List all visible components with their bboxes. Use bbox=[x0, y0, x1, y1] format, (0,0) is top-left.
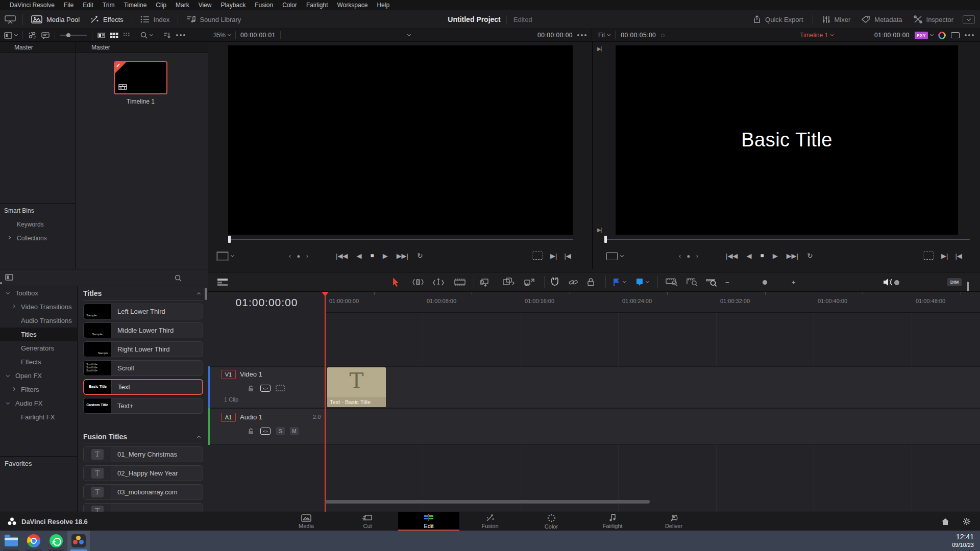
title-left-lower-third[interactable]: Sample Left Lower Third bbox=[83, 304, 203, 319]
settings-gear-icon[interactable] bbox=[963, 517, 971, 525]
source-clip-mode-button[interactable] bbox=[217, 252, 234, 260]
system-clock[interactable]: 12:41 09/10/23 bbox=[952, 533, 980, 548]
tree-toolbox[interactable]: Toolbox bbox=[0, 286, 77, 300]
track-visibility-icon[interactable] bbox=[276, 385, 285, 391]
metadata-toggle[interactable]: Metadata bbox=[860, 10, 904, 29]
safe-area-icon[interactable] bbox=[951, 32, 960, 38]
tree-generators[interactable]: Generators bbox=[0, 341, 77, 355]
timeline-mode-button[interactable] bbox=[606, 252, 623, 260]
stop-button[interactable]: ■ bbox=[370, 252, 374, 259]
bin-panel-toggle[interactable] bbox=[4, 32, 17, 39]
source-clip-dropdown[interactable] bbox=[285, 35, 533, 36]
proxy-toggle[interactable]: PXY bbox=[915, 32, 933, 39]
tree-favorites[interactable]: Favorites bbox=[0, 457, 77, 470]
stop-button[interactable]: ■ bbox=[760, 252, 764, 259]
thumb-size-slider[interactable] bbox=[60, 35, 87, 36]
zoom-out-button[interactable]: − bbox=[725, 278, 729, 286]
timeline-thumbnail[interactable]: ✓ bbox=[114, 61, 167, 94]
smart-bin-keywords[interactable]: Keywords bbox=[0, 217, 75, 231]
viewer-zoom-select[interactable]: 35% bbox=[213, 32, 231, 39]
next-edit-icon[interactable]: ▶| bbox=[597, 46, 601, 52]
tree-fairlight-fx[interactable]: Fairlight FX bbox=[0, 410, 77, 424]
menu-edit[interactable]: Edit bbox=[78, 0, 98, 10]
overwrite-clip-button[interactable] bbox=[502, 278, 514, 287]
loop-button[interactable]: ↻ bbox=[417, 252, 423, 260]
timeline-playhead-timecode[interactable]: 01:00:00:00 bbox=[208, 296, 325, 309]
flag-button[interactable] bbox=[614, 278, 626, 286]
source-scrub-bar[interactable] bbox=[228, 239, 573, 240]
timeline-horizontal-scrollbar[interactable] bbox=[325, 500, 650, 504]
timeline-clip-text-basic-title[interactable]: T Text - Basic Title bbox=[327, 367, 386, 407]
linked-selection-toggle[interactable] bbox=[569, 278, 578, 286]
timeline-viewer-options-icon[interactable] bbox=[965, 34, 974, 36]
timeline-current-timecode[interactable]: 01:00:00:00 bbox=[874, 32, 910, 39]
menu-help[interactable]: Help bbox=[372, 0, 394, 10]
audio-track-header[interactable]: A1 Audio 1 2.0 <> S M bbox=[208, 408, 325, 445]
timeline-ruler[interactable]: 01:00:00:00 01:00:08:00 01:00:16:00 01:0… bbox=[325, 292, 980, 313]
thumbnail-view-icon[interactable] bbox=[110, 33, 118, 38]
page-tab-edit[interactable]: Edit bbox=[398, 512, 459, 531]
titles-section-header[interactable]: Titles bbox=[83, 286, 203, 300]
razor-edit-mode-button[interactable] bbox=[454, 278, 465, 287]
menu-app[interactable]: DaVinci Resolve bbox=[5, 0, 59, 10]
inspector-toggle[interactable]: Inspector bbox=[912, 10, 955, 29]
timeline-zoom-select[interactable]: Fit bbox=[598, 32, 610, 39]
menu-fairlight[interactable]: Fairlight bbox=[302, 0, 333, 10]
page-tab-fusion[interactable]: Fusion bbox=[459, 512, 521, 531]
fusion-title-motionarray[interactable]: T 03_motionarray.com bbox=[83, 484, 203, 500]
next-edit-button[interactable]: ▶| bbox=[941, 252, 948, 260]
dim-button[interactable]: DIM bbox=[947, 278, 962, 286]
title-scroll[interactable]: Scroll titleScroll titleScroll title Scr… bbox=[83, 360, 203, 376]
media-pool-toggle[interactable]: Media Pool bbox=[29, 10, 82, 29]
title-right-lower-third[interactable]: Sample Right Lower Third bbox=[83, 341, 203, 357]
video-track-lane[interactable] bbox=[325, 366, 980, 408]
collapse-toolbar-button[interactable] bbox=[963, 15, 975, 24]
tree-video-transitions[interactable]: Video Transitions bbox=[0, 300, 77, 314]
track-lock-icon[interactable] bbox=[248, 385, 254, 392]
auto-select-toggle[interactable]: <> bbox=[260, 428, 271, 435]
timeline-playhead-handle[interactable] bbox=[604, 236, 607, 243]
loop-button[interactable]: ↻ bbox=[807, 252, 813, 260]
timeline-height-presets-icon[interactable] bbox=[967, 282, 968, 291]
whatsapp-icon[interactable] bbox=[45, 531, 67, 551]
source-viewer-canvas[interactable] bbox=[228, 45, 573, 235]
clean-feed-icon[interactable] bbox=[4, 15, 16, 24]
source-in-timecode[interactable]: 00:00:00:01 bbox=[240, 32, 276, 39]
page-tab-color[interactable]: Color bbox=[521, 512, 582, 531]
titles-scrollbar[interactable] bbox=[205, 288, 207, 300]
smart-bin-collections[interactable]: Collections bbox=[0, 231, 75, 245]
tree-audio-fx[interactable]: Audio FX bbox=[0, 396, 77, 410]
audio-monitor-icon[interactable] bbox=[883, 278, 892, 286]
replace-clip-button[interactable] bbox=[524, 278, 536, 287]
fusion-title-merry-christmas[interactable]: T 01_Merry Christmas bbox=[83, 446, 203, 462]
prev-edit-button[interactable]: |◀ bbox=[955, 252, 962, 260]
quick-export-button[interactable]: Quick Export bbox=[751, 10, 805, 29]
chrome-icon[interactable] bbox=[22, 531, 45, 551]
full-extent-zoom-icon[interactable] bbox=[666, 278, 678, 286]
video-track-header[interactable]: V1 Video 1 <> 1 Clip bbox=[208, 366, 325, 408]
project-manager-home-icon[interactable] bbox=[941, 518, 949, 525]
source-viewer-options-icon[interactable] bbox=[577, 34, 586, 36]
mute-button[interactable]: M bbox=[290, 427, 299, 435]
play-button[interactable]: ▶ bbox=[383, 252, 388, 260]
source-playhead-handle[interactable] bbox=[228, 236, 231, 243]
tree-titles[interactable]: Titles bbox=[0, 328, 77, 341]
timeline-duration-timecode[interactable]: 00:00:05:00 bbox=[621, 32, 656, 39]
video-track-badge[interactable]: V1 bbox=[221, 370, 236, 379]
menu-color[interactable]: Color bbox=[278, 0, 302, 10]
page-tab-cut[interactable]: Cut bbox=[337, 512, 398, 531]
tree-effects[interactable]: Effects bbox=[0, 355, 77, 369]
fusion-titles-section-header[interactable]: Fusion Titles bbox=[83, 430, 203, 443]
timeline-selector[interactable]: Timeline 1 bbox=[800, 32, 834, 39]
audio-track-lane[interactable] bbox=[325, 408, 980, 445]
mixer-toggle[interactable]: Mixer bbox=[820, 10, 853, 29]
solo-button[interactable]: S bbox=[276, 427, 285, 435]
timeline-playhead[interactable] bbox=[325, 292, 326, 512]
timeline-viewer-canvas[interactable]: Basic Title bbox=[616, 45, 958, 235]
effects-search-icon[interactable] bbox=[175, 274, 182, 282]
title-text-selected[interactable]: Basic Title Text bbox=[83, 379, 203, 395]
prev-edit-button[interactable]: |◀ bbox=[564, 252, 571, 260]
effects-toggle[interactable]: Effects bbox=[88, 10, 126, 29]
go-to-first-frame-button[interactable]: |◀◀ bbox=[336, 252, 348, 260]
next-edit-button[interactable]: ▶| bbox=[550, 252, 557, 260]
